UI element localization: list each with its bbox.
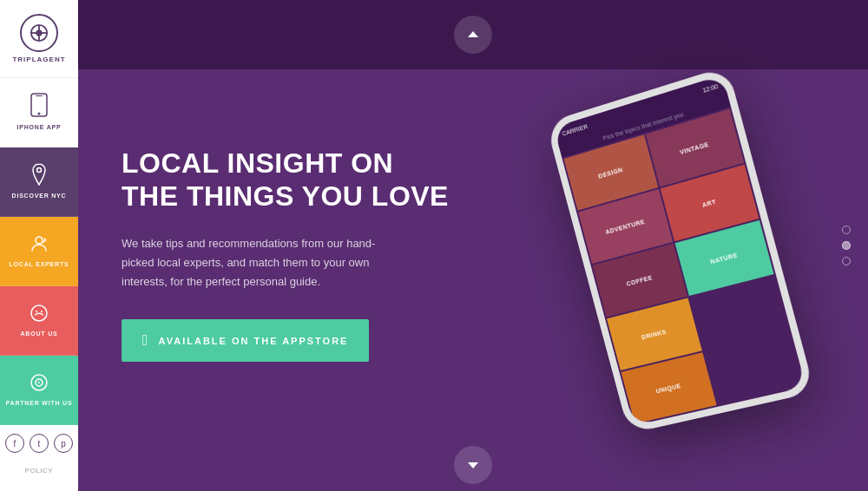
discover-label: DISCOVER NYC	[12, 192, 67, 200]
svg-point-3	[36, 30, 42, 36]
dot-3[interactable]	[842, 257, 851, 265]
iphone-icon	[30, 93, 48, 120]
dot-2[interactable]	[842, 241, 851, 250]
facebook-icon[interactable]: f	[5, 434, 24, 453]
appstore-button[interactable]:  AVAILABLE ON THE APPSTORE	[122, 319, 369, 362]
svg-rect-5	[36, 95, 43, 96]
sidebar-item-experts[interactable]: LOCAL EXPERTS	[0, 217, 78, 286]
social-links: f t p	[0, 425, 78, 462]
partner-icon	[29, 372, 49, 396]
phone-screen: CARRIER 12:00 Pick the topics that inter…	[554, 75, 806, 425]
logo: TRIPLAGENT	[0, 0, 78, 78]
main-content: LOCAL INSIGHT ON THE THINGS YOU LOVE We …	[78, 0, 868, 491]
description-text: We take tips and recommendations from ou…	[122, 234, 399, 291]
svg-point-10	[36, 311, 37, 312]
sidebar-item-about[interactable]: ABOUT US	[0, 286, 78, 356]
experts-icon	[29, 233, 49, 257]
apple-icon: 	[142, 331, 150, 350]
bottom-nav-area	[78, 439, 868, 491]
text-section: LOCAL INSIGHT ON THE THINGS YOU LOVE We …	[78, 112, 512, 396]
phone-grid: DESIGN ADVENTURE VINTAGE COFFEE ART DRIN…	[562, 107, 806, 426]
about-label: ABOUT US	[21, 330, 58, 337]
logo-circle	[20, 14, 58, 52]
appstore-label: AVAILABLE ON THE APPSTORE	[159, 336, 349, 346]
svg-point-14	[38, 382, 40, 383]
pagination-dots	[842, 226, 851, 265]
sidebar-item-discover[interactable]: DISCOVER NYC	[0, 147, 78, 217]
scroll-up-button[interactable]	[454, 16, 492, 54]
logo-text: TRIPLAGENT	[12, 56, 65, 63]
time-text: 12:00	[702, 82, 719, 93]
partner-label: PARTNER WITH US	[6, 399, 73, 407]
headline-line2: THE THINGS YOU LOVE	[122, 180, 469, 213]
sidebar-item-partner[interactable]: PARTNER WITH US	[0, 356, 78, 425]
sidebar-item-iphone[interactable]: IPHONE APP	[0, 78, 78, 147]
svg-point-8	[36, 237, 43, 244]
svg-point-7	[37, 168, 42, 173]
top-nav-area	[78, 0, 868, 69]
headline-line1: LOCAL INSIGHT ON	[122, 147, 469, 180]
phone-mockup-section: CARRIER 12:00 Pick the topics that inter…	[512, 89, 842, 419]
policy-link[interactable]: POLICY	[0, 462, 78, 480]
experts-label: LOCAL EXPERTS	[9, 260, 69, 268]
dot-1[interactable]	[842, 226, 851, 234]
pinterest-icon[interactable]: p	[54, 434, 73, 453]
carrier-text: CARRIER	[562, 123, 589, 137]
sidebar: TRIPLAGENT IPHONE APP DISCOVER NYC	[0, 0, 78, 491]
svg-point-11	[41, 311, 43, 312]
phone-mockup: CARRIER 12:00 Pick the topics that inter…	[546, 66, 815, 434]
twitter-icon[interactable]: t	[30, 434, 49, 453]
iphone-label: IPHONE APP	[17, 123, 62, 131]
svg-point-6	[38, 113, 41, 115]
logo-icon	[30, 23, 49, 43]
discover-icon	[30, 163, 48, 188]
content-area: LOCAL INSIGHT ON THE THINGS YOU LOVE We …	[78, 69, 868, 439]
scroll-down-button[interactable]	[454, 446, 492, 484]
about-icon	[29, 303, 49, 326]
headline: LOCAL INSIGHT ON THE THINGS YOU LOVE	[122, 147, 469, 213]
